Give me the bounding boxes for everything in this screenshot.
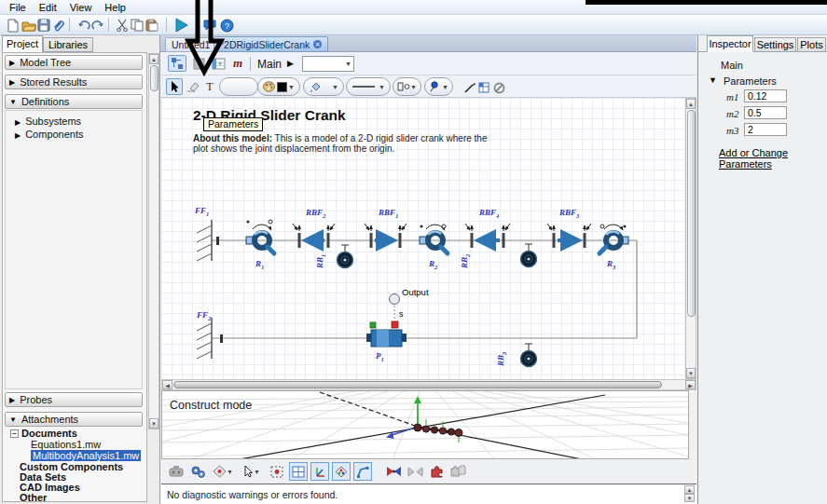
rigid-body-frame-rbf2[interactable] <box>293 224 335 248</box>
param-m1-input[interactable] <box>744 89 787 102</box>
definitions-item-subsystems[interactable]: ▶Subsystems <box>15 116 81 127</box>
expanded-triangle-icon[interactable]: ▼ <box>709 75 717 85</box>
param-m2-input[interactable] <box>744 106 787 119</box>
fixed-frame-ff2[interactable] <box>197 318 212 359</box>
breadcrumb[interactable]: Main <box>257 58 282 71</box>
line-end-style-button[interactable]: ▼ <box>393 77 421 96</box>
menu-file[interactable]: File <box>3 1 33 14</box>
svg-text:RB2: RB2 <box>460 253 471 269</box>
rigid-body-rb3[interactable] <box>521 344 537 367</box>
3d-joints-toggle-button[interactable] <box>353 462 372 481</box>
scroll-up-icon[interactable]: ▲ <box>149 54 159 64</box>
3d-axes-toggle-button[interactable] <box>310 462 329 481</box>
3d-grid-toggle-button[interactable] <box>289 462 308 481</box>
detach-shape-button[interactable] <box>448 462 467 481</box>
add-change-parameters-link[interactable]: Add or Change Parameters <box>719 147 827 170</box>
rigid-body-frame-rbf1[interactable] <box>365 224 407 248</box>
scroll-up-icon[interactable]: ▲ <box>684 485 695 494</box>
scroll-down-icon[interactable]: ▼ <box>149 418 159 429</box>
tab-libraries[interactable]: Libraries <box>43 37 93 52</box>
subsystem-combobox[interactable]: ▼ <box>302 56 354 72</box>
subsystem-name: Main <box>721 60 743 71</box>
attachments-root-documents[interactable]: −Documents <box>10 428 77 439</box>
prismatic-joint-p1[interactable] <box>366 321 407 347</box>
attach-shape-button[interactable] <box>427 462 446 481</box>
equations-button[interactable]: m <box>229 55 246 72</box>
line-style-button[interactable]: ▼ <box>346 77 391 96</box>
scroll-down-icon[interactable]: ▼ <box>684 494 695 502</box>
eraser-tool-button[interactable] <box>185 78 201 95</box>
paste-icon[interactable] <box>144 17 160 34</box>
chevron-down-icon[interactable]: ▼ <box>345 61 351 67</box>
text-tool-button[interactable]: T <box>202 78 217 95</box>
scroll-left-icon[interactable]: ◀ <box>162 380 172 389</box>
definitions-item-components[interactable]: ▶Components <box>15 129 84 140</box>
diagnostics-scrollbar[interactable]: ▲ ▼ <box>684 485 695 502</box>
panel-attachments[interactable]: ▼Attachments <box>5 412 143 427</box>
subsystem-combo-input[interactable] <box>303 57 342 71</box>
panel-stored-results[interactable]: ▶Stored Results <box>5 75 143 89</box>
scroll-right-icon[interactable]: ▶ <box>685 380 696 389</box>
tab-2drigidslidercrank[interactable]: *2DRigidSliderCrank ✕ <box>214 36 328 52</box>
sidebar-scroll-thumb[interactable] <box>150 65 159 91</box>
rigid-body-frame-rbf4[interactable] <box>465 224 510 248</box>
output-probe[interactable]: Output s <box>390 287 429 320</box>
3d-com-toggle-button[interactable] <box>332 462 351 481</box>
attachment-file-selected[interactable]: MultibodyAnalysis1.mw <box>31 450 141 461</box>
chevron-down-icon[interactable]: ▼ <box>227 469 233 475</box>
pen-annotation-button[interactable] <box>462 79 476 96</box>
tab-project[interactable]: Project <box>2 35 43 52</box>
param-m3-input[interactable] <box>744 123 787 136</box>
canvas-hscroll-thumb[interactable] <box>173 381 662 388</box>
canvas-vertical-scrollbar[interactable]: ▲ ▼ <box>685 98 696 379</box>
svg-text:RB3: RB3 <box>496 351 507 367</box>
menu-help[interactable]: Help <box>98 1 132 14</box>
menu-edit[interactable]: Edit <box>33 1 63 14</box>
collapse-box-icon[interactable]: − <box>10 429 19 438</box>
tab-plots[interactable]: Plots <box>797 37 826 52</box>
3d-gears-settings-button[interactable] <box>188 462 207 481</box>
playback-toggle-button[interactable] <box>384 462 403 481</box>
scroll-down-icon[interactable]: ▼ <box>686 368 696 378</box>
color-picker-button[interactable]: ▼ <box>257 77 300 96</box>
parameters-section-header[interactable]: Parameters <box>724 75 777 87</box>
canvas-scroll-thumb[interactable] <box>687 110 696 317</box>
hidden-toolbar-button[interactable] <box>219 77 258 96</box>
3d-playback-view[interactable]: Construct mode <box>161 390 689 459</box>
redo-icon[interactable] <box>90 17 106 34</box>
model-canvas[interactable]: 2-D Rigid Slider Crank About this model:… <box>161 98 685 379</box>
rigid-body-frame-rbf3[interactable] <box>547 224 591 248</box>
tab-settings[interactable]: Settings <box>754 37 796 52</box>
panel-probes[interactable]: ▶Probes <box>5 392 143 407</box>
step-arrows-button[interactable] <box>406 462 424 481</box>
rigid-body-rb1[interactable] <box>338 245 353 268</box>
new-file-icon[interactable] <box>5 17 21 34</box>
no-style-button[interactable] <box>491 79 506 96</box>
attachment-file[interactable]: Equations1.mw <box>31 439 101 450</box>
sidebar-scrollbar[interactable]: ▲ ▼ <box>148 53 159 429</box>
3d-select-mode-button[interactable]: ▼ <box>239 462 265 481</box>
revolute-joint-r3[interactable] <box>600 225 628 253</box>
fill-color-button[interactable]: ▼ <box>303 77 344 96</box>
tab-inspector[interactable]: Inspector <box>707 35 753 52</box>
attachments-folder-other[interactable]: Other <box>20 492 47 503</box>
3d-selection-box-button[interactable] <box>268 462 286 481</box>
scroll-up-icon[interactable]: ▲ <box>686 99 696 109</box>
close-tab-icon[interactable]: ✕ <box>313 40 322 48</box>
revolute-joint-r2[interactable] <box>420 225 448 253</box>
menu-view[interactable]: View <box>63 1 99 14</box>
chevron-down-icon[interactable]: ▼ <box>254 469 260 475</box>
3d-machine-view-button[interactable] <box>167 462 186 481</box>
fixed-frame-ff1[interactable] <box>197 220 212 261</box>
rigid-body-rb2[interactable] <box>521 244 537 267</box>
attach-icon[interactable] <box>50 17 67 34</box>
3d-gizmo-mode-button[interactable]: ▼ <box>210 462 236 481</box>
canvas-horizontal-scrollbar[interactable]: ◀ ▶ <box>161 379 696 390</box>
pin-annotation-button[interactable]: ▼ <box>424 77 453 96</box>
panel-definitions[interactable]: ▼Definitions <box>5 94 143 109</box>
annotation-toolbar: T ▼ ▼ ▼ ▼ ▼ <box>160 75 696 98</box>
panel-model-tree[interactable]: ▶Model Tree <box>5 55 143 70</box>
revolute-joint-r1[interactable] <box>246 220 274 253</box>
select-tool-button[interactable] <box>166 78 183 95</box>
document-grid-button[interactable] <box>476 79 491 96</box>
